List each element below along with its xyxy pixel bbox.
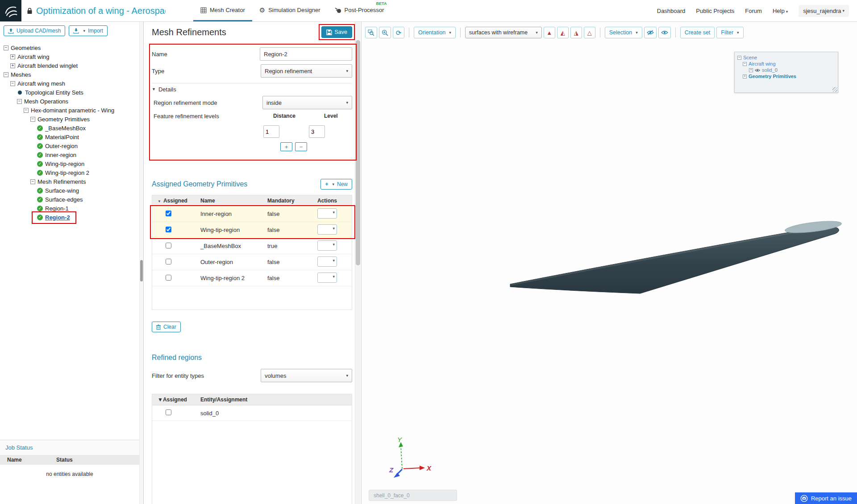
scene-node-solid-0[interactable]: solid_0	[762, 67, 778, 73]
sort-caret-icon[interactable]: ▼	[158, 199, 161, 203]
panel-scrollbar[interactable]	[355, 21, 361, 504]
collapse-icon[interactable]: −	[737, 56, 741, 60]
tree-item-region-2[interactable]: ✓Region-2	[0, 213, 143, 222]
tree-item-mesh-operations[interactable]: −Mesh Operations	[0, 97, 143, 106]
assigned-checkbox[interactable]	[166, 211, 171, 216]
tab-mesh-creator[interactable]: Mesh Creator	[193, 0, 252, 21]
scene-node-root[interactable]: Scene	[743, 55, 757, 60]
tree-item-outer-region[interactable]: ✓Outer-region	[0, 141, 143, 150]
job-status-title[interactable]: Job Status	[0, 440, 139, 455]
wing-model[interactable]	[362, 21, 857, 504]
entity-filter-select[interactable]: volumes ▾	[261, 369, 352, 382]
zoom-extents-button[interactable]	[379, 27, 391, 38]
collapse-icon[interactable]: −	[17, 99, 22, 104]
collapse-icon[interactable]: −	[4, 45, 8, 50]
import-button[interactable]: ▾ Import	[69, 25, 108, 36]
mesh-quality-outline-button[interactable]: △	[584, 27, 595, 38]
remove-level-button[interactable]: −	[295, 142, 307, 151]
row-actions-select[interactable]: ▾	[317, 273, 337, 283]
row-actions-select[interactable]: ▾	[317, 224, 337, 235]
reset-view-button[interactable]: ⟳	[393, 27, 404, 38]
tree-item-inner-region[interactable]: ✓Inner-region	[0, 150, 143, 159]
tab-post-processor[interactable]: BETA Post-Processor	[328, 0, 391, 21]
expand-icon[interactable]: +	[10, 54, 15, 59]
orientation-button[interactable]: Orientation ▾	[414, 27, 456, 38]
app-logo[interactable]	[0, 0, 21, 21]
distance-input[interactable]	[263, 125, 279, 138]
save-button[interactable]: Save	[321, 26, 353, 38]
expand-icon[interactable]: +	[10, 63, 15, 68]
collapse-icon[interactable]: −	[4, 72, 8, 77]
nav-help[interactable]: Help▾	[773, 8, 788, 14]
zoom-window-button[interactable]	[365, 27, 377, 38]
nav-public-projects[interactable]: Public Projects	[696, 8, 734, 14]
project-title[interactable]: Optimization of a wing - Aerospac...	[36, 6, 166, 16]
nav-forum[interactable]: Forum	[745, 8, 762, 14]
row-actions-select[interactable]: ▾	[317, 240, 337, 251]
type-select[interactable]: Region refinement ▾	[261, 64, 352, 78]
selection-button[interactable]: Selection ▾	[605, 27, 642, 38]
mesh-quality-solid-button[interactable]: ▲	[544, 27, 555, 38]
tree-item-aircraft-wing-mesh[interactable]: −Aircraft wing mesh	[0, 79, 143, 88]
assigned-row-wing-tip-region-2: Wing-tip-region 2false▾	[152, 270, 352, 286]
resize-handle[interactable]	[832, 87, 837, 92]
panel-scrollbar-thumb[interactable]	[356, 40, 360, 265]
sidebar-scrollbar-thumb[interactable]	[140, 260, 143, 281]
scene-node-aircraft-wing[interactable]: Aircraft wing	[749, 61, 776, 66]
tree-item-hex-dominant-parametric-wing[interactable]: −Hex-dominant parametric - Wing	[0, 106, 143, 115]
tree-item-region-1[interactable]: ✓Region-1	[0, 204, 143, 213]
tree-item-aircraft-blended-winglet[interactable]: +Aircraft blended winglet	[0, 61, 143, 70]
scene-node-geometry-primitives[interactable]: Geometry Primitives	[749, 74, 796, 79]
mesh-quality-right-button[interactable]: ◮	[570, 27, 582, 38]
row-actions-select[interactable]: ▾	[317, 208, 337, 219]
clear-button[interactable]: Clear	[152, 322, 181, 332]
assigned-checkbox[interactable]	[166, 227, 171, 232]
tree-item-geometry-primitives[interactable]: −Geometry Primitives	[0, 115, 143, 124]
hide-selection-button[interactable]	[644, 27, 657, 38]
upload-cad-button[interactable]: Upload CAD/mesh	[4, 25, 65, 36]
new-primitive-button[interactable]: + ▾ New	[320, 179, 352, 190]
sort-caret-icon[interactable]: ▼	[158, 397, 163, 403]
tree-item-mesh-refinements[interactable]: −Mesh Refinements	[0, 177, 143, 186]
collapse-icon[interactable]: −	[30, 179, 35, 184]
collapse-icon[interactable]: −	[10, 81, 15, 86]
tree-item-surface-wing[interactable]: ✓Surface-wing	[0, 186, 143, 195]
refined-checkbox[interactable]	[166, 409, 171, 415]
user-menu[interactable]: sjesu_rajendra ▾	[799, 5, 849, 17]
tree-item-basemeshbox[interactable]: ✓_BaseMeshBox	[0, 124, 143, 132]
tree-item-topological-entity-sets[interactable]: Topological Entity Sets	[0, 88, 143, 97]
show-selection-button[interactable]	[658, 27, 671, 38]
tree-item-surface-edges[interactable]: ✓Surface-edges	[0, 195, 143, 204]
level-input[interactable]	[309, 125, 325, 138]
collapse-icon[interactable]: −	[30, 117, 35, 122]
viewport-3d[interactable]: ⟳ Orientation ▾ surfaces with wireframe …	[362, 21, 857, 504]
sidebar-scrollbar[interactable]	[139, 21, 143, 504]
assigned-checkbox[interactable]	[166, 243, 171, 248]
assigned-checkbox[interactable]	[166, 275, 171, 281]
tree-item-materialpoint[interactable]: ✓MaterialPoint	[0, 132, 143, 141]
filter-button[interactable]: Filter ▾	[716, 27, 743, 38]
scene-tree-panel[interactable]: − Scene − Aircraft wing + solid_0 + Geom…	[734, 52, 838, 93]
create-set-button[interactable]: Create set	[680, 27, 715, 38]
row-actions-select[interactable]: ▾	[317, 256, 337, 267]
details-toggle[interactable]: ▼ Details	[152, 85, 352, 93]
assigned-checkbox[interactable]	[166, 259, 171, 264]
expand-icon[interactable]: +	[749, 68, 753, 72]
visibility-eye-icon[interactable]	[755, 68, 760, 72]
collapse-icon[interactable]: −	[743, 62, 747, 66]
expand-icon[interactable]: +	[743, 74, 747, 78]
add-level-button[interactable]: +	[280, 142, 292, 151]
tree-item-aircraft-wing[interactable]: +Aircraft wing	[0, 52, 143, 61]
tree-item-wing-tip-region-2[interactable]: ✓Wing-tip-region 2	[0, 168, 143, 177]
tree-item-meshes[interactable]: −Meshes	[0, 70, 143, 79]
render-mode-select[interactable]: surfaces with wireframe ▾	[465, 27, 542, 38]
tree-item-wing-tip-region[interactable]: ✓Wing-tip-region	[0, 159, 143, 168]
tab-simulation-designer[interactable]: ⚙ Simulation Designer	[252, 0, 328, 21]
mesh-quality-left-button[interactable]: ◭	[557, 27, 569, 38]
report-issue-button[interactable]: Report an issue	[795, 492, 857, 504]
tree-item-geometries[interactable]: −Geometries	[0, 43, 143, 52]
collapse-icon[interactable]: −	[24, 108, 29, 113]
region-mode-select[interactable]: inside ▾	[262, 96, 352, 109]
nav-dashboard[interactable]: Dashboard	[657, 8, 686, 14]
name-input[interactable]	[260, 47, 352, 61]
